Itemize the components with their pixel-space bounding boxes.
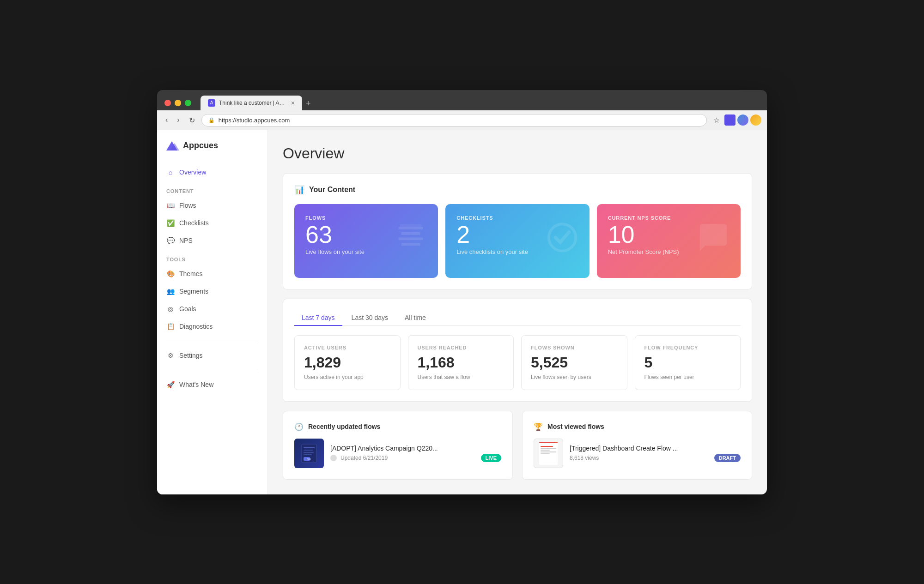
tab-favicon: A xyxy=(208,99,215,107)
sidebar-divider-2 xyxy=(166,370,258,370)
metrics-grid: ACTIVE USERS 1,829 Users active in your … xyxy=(294,335,741,390)
recent-flow-item[interactable]: GO [ADOPT] Analytics Campaign Q220... Up… xyxy=(294,439,501,468)
toolbar-actions: ☆ xyxy=(711,114,761,126)
flows-icon: 📖 xyxy=(166,201,175,210)
sidebar-logo: Appcues xyxy=(157,139,267,163)
browser-toolbar: ‹ › ↻ 🔒 https://studio.appcues.com ☆ xyxy=(157,110,767,130)
flows-shown-metric: FLOWS SHOWN 5,525 Live flows seen by use… xyxy=(521,335,627,390)
active-users-desc: Users active in your app xyxy=(304,374,391,380)
thumbnail-line-2 xyxy=(541,448,556,449)
thumbnail-line-3 xyxy=(541,450,550,451)
flows-shown-desc: Live flows seen by users xyxy=(531,374,618,380)
most-viewed-flow-info: [Triggered] Dashboard Create Flow ... 8,… xyxy=(570,445,741,462)
most-viewed-flow-badge: DRAFT xyxy=(714,454,741,462)
most-viewed-flow-meta: 8,618 views DRAFT xyxy=(570,454,741,462)
diagnostics-icon: 📋 xyxy=(166,322,175,331)
flow-frequency-desc: Flows seen per user xyxy=(644,374,731,380)
traffic-light-red[interactable] xyxy=(164,100,171,106)
sidebar-item-flows[interactable]: 📖 Flows xyxy=(157,197,267,214)
sidebar-item-settings[interactable]: ⚙ Settings xyxy=(157,347,267,364)
thumbnail-lines xyxy=(539,443,558,457)
active-users-metric: ACTIVE USERS 1,829 Users active in your … xyxy=(294,335,401,390)
sidebar-item-overview[interactable]: ⌂ Overview xyxy=(157,163,267,181)
time-tab-7days[interactable]: Last 7 days xyxy=(294,310,342,326)
bookmark-button[interactable]: ☆ xyxy=(711,114,723,126)
sidebar-diagnostics-label: Diagnostics xyxy=(179,323,213,330)
flows-card-label: FLOWS xyxy=(305,215,427,221)
users-reached-label: USERS REACHED xyxy=(418,345,505,350)
flows-card-icon xyxy=(395,221,427,260)
svg-text:GO: GO xyxy=(307,458,311,461)
settings-icon: ⚙ xyxy=(166,351,175,360)
home-icon: ⌂ xyxy=(166,168,175,176)
traffic-light-yellow[interactable] xyxy=(175,100,181,106)
most-viewed-flow-name: [Triggered] Dashboard Create Flow ... xyxy=(570,445,741,452)
svg-rect-6 xyxy=(304,452,314,453)
section-header-title: Your Content xyxy=(309,186,355,194)
sidebar-themes-label: Themes xyxy=(179,270,203,277)
recently-updated-title: Recently updated flows xyxy=(308,423,380,430)
checklists-card-label: CHECKLISTS xyxy=(456,215,578,221)
most-viewed-flow-thumbnail xyxy=(534,439,563,468)
sidebar-item-segments[interactable]: 👥 Segments xyxy=(157,283,267,300)
stat-cards-grid: FLOWS 63 Live flows on your site xyxy=(294,204,741,278)
svg-rect-4 xyxy=(304,447,315,448)
sidebar-divider xyxy=(166,341,258,341)
sidebar-segments-label: Segments xyxy=(179,288,208,295)
avatar-extension-icon[interactable] xyxy=(750,114,761,126)
most-viewed-panel: 🏆 Most viewed flows xyxy=(522,411,752,480)
sidebar-checklists-label: Checklists xyxy=(179,219,209,227)
flows-shown-value: 5,525 xyxy=(531,354,618,371)
url-text: https://studio.appcues.com xyxy=(219,117,290,124)
appcues-extension-icon[interactable] xyxy=(724,114,736,126)
profile-extension-icon[interactable] xyxy=(737,114,748,126)
sidebar-item-diagnostics[interactable]: 📋 Diagnostics xyxy=(157,318,267,335)
time-tab-30days[interactable]: Last 30 days xyxy=(344,310,395,326)
flows-shown-label: FLOWS SHOWN xyxy=(531,345,618,350)
checklists-icon: ✅ xyxy=(166,219,175,227)
browser-window: A Think like a customer | Appcues × + ‹ … xyxy=(157,90,767,494)
stats-section: Last 7 days Last 30 days All time ACTIVE… xyxy=(283,299,752,402)
browser-titlebar: A Think like a customer | Appcues × + xyxy=(157,90,767,110)
thumbnail-line-1 xyxy=(541,446,553,447)
flows-section: 🕐 Recently updated flows xyxy=(283,411,752,480)
recent-flow-date: Updated 6/21/2019 xyxy=(340,455,388,461)
logo-icon xyxy=(166,139,179,152)
flows-stat-card[interactable]: FLOWS 63 Live flows on your site xyxy=(294,204,438,278)
nps-stat-card[interactable]: CURRENT NPS SCORE 10 Net Promoter Score … xyxy=(597,204,741,278)
users-reached-value: 1,168 xyxy=(418,354,505,371)
sidebar-item-themes[interactable]: 🎨 Themes xyxy=(157,265,267,283)
sidebar-item-goals[interactable]: ◎ Goals xyxy=(157,300,267,318)
refresh-button[interactable]: ↻ xyxy=(186,114,198,126)
checklists-card-icon xyxy=(546,221,578,260)
traffic-light-green[interactable] xyxy=(185,100,191,106)
lock-icon: 🔒 xyxy=(208,117,215,123)
flow-frequency-metric: FLOW FREQUENCY 5 Flows seen per user xyxy=(635,335,741,390)
forward-button[interactable]: › xyxy=(174,114,182,126)
recently-updated-header: 🕐 Recently updated flows xyxy=(294,422,501,431)
flow-frequency-value: 5 xyxy=(644,354,731,371)
sidebar-goals-label: Goals xyxy=(179,305,196,313)
sidebar-item-checklists[interactable]: ✅ Checklists xyxy=(157,214,267,232)
thumbnail-doc xyxy=(539,442,558,465)
most-viewed-title: Most viewed flows xyxy=(547,423,604,430)
new-tab-button[interactable]: + xyxy=(302,97,315,110)
checklists-stat-card[interactable]: CHECKLISTS 2 Live checklists on your sit… xyxy=(445,204,589,278)
time-tabs: Last 7 days Last 30 days All time xyxy=(294,310,741,326)
clock-icon: 🕐 xyxy=(294,422,304,431)
svg-rect-5 xyxy=(304,450,313,451)
sidebar-item-whats-new[interactable]: 🚀 What's New xyxy=(157,376,267,393)
address-bar[interactable]: 🔒 https://studio.appcues.com xyxy=(201,114,707,126)
tab-close-button[interactable]: × xyxy=(291,99,295,107)
flow-meta-icon xyxy=(330,455,337,461)
tools-section-label: TOOLS xyxy=(157,249,267,265)
whats-new-icon: 🚀 xyxy=(166,380,175,389)
sidebar-item-nps[interactable]: 💬 NPS xyxy=(157,232,267,249)
recent-flow-name: [ADOPT] Analytics Campaign Q220... xyxy=(330,445,501,452)
time-tab-alltime[interactable]: All time xyxy=(397,310,433,326)
flow-frequency-label: FLOW FREQUENCY xyxy=(644,345,731,350)
active-tab[interactable]: A Think like a customer | Appcues × xyxy=(201,96,302,110)
users-reached-desc: Users that saw a flow xyxy=(418,374,505,380)
back-button[interactable]: ‹ xyxy=(163,114,170,126)
most-viewed-flow-item[interactable]: [Triggered] Dashboard Create Flow ... 8,… xyxy=(534,439,741,468)
